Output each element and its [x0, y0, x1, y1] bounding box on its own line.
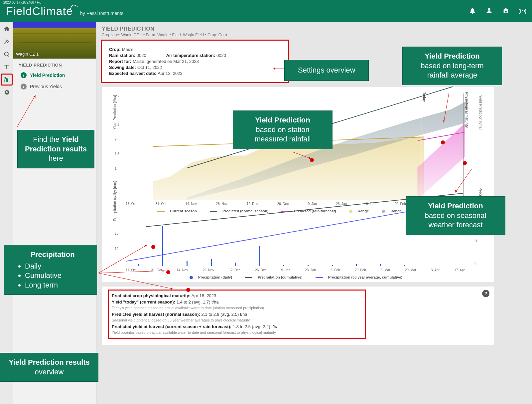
- dot-seasonal: [463, 161, 467, 165]
- build-version: 2023-03-17.c97a466 / Fig: [3, 1, 42, 4]
- annotation-precip: Precipitation DailyCumulativeLong term: [4, 245, 97, 295]
- nav-sensor-icon[interactable]: [1, 61, 12, 73]
- dot-station: [310, 158, 314, 162]
- nav-search-icon[interactable]: [1, 49, 12, 60]
- svg-point-0: [4, 52, 8, 56]
- chart1-ylabel-right: Yield Prediction [t/ha]: [479, 95, 483, 129]
- sidebar-item-previous-yields[interactable]: i Previous Yields: [13, 81, 96, 92]
- sidebar-item-yield-prediction[interactable]: i Yield Prediction: [13, 70, 96, 81]
- dot-precip-cum: [166, 270, 170, 274]
- dot-longterm: [441, 140, 445, 144]
- left-iconbar: [0, 22, 13, 404]
- results-container: ? Predicted crop physiological maturity:…: [102, 287, 494, 345]
- nav-yield-icon[interactable]: [1, 74, 12, 85]
- annotation-station: Yield Predictionbased on stationmeasured…: [233, 110, 332, 149]
- notifications-icon[interactable]: [469, 7, 476, 15]
- brand-logo: FieldClimate: [6, 5, 77, 18]
- field-thumbnail[interactable]: Wagin CZ 1: [13, 22, 96, 59]
- app-header: 2023-03-17.c97a466 / Fig FieldClimate by…: [0, 0, 532, 22]
- maturity-marker: [463, 94, 464, 200]
- dot-precip-avg: [186, 288, 190, 292]
- broadcast-icon[interactable]: [519, 7, 526, 15]
- svg-point-1: [4, 77, 6, 79]
- nav-home-icon[interactable]: [1, 23, 12, 35]
- brand-subtitle: by Pessl Instruments: [80, 11, 123, 16]
- chart2-legend: Precipitation (daily) Precipitation (cum…: [111, 275, 485, 279]
- header-actions: [469, 7, 526, 15]
- annotation-results: Yield Prediction results overview: [0, 353, 98, 382]
- info-icon: i: [21, 72, 27, 78]
- dot-precip-daily: [151, 245, 155, 249]
- nav-settings-icon[interactable]: [1, 87, 12, 98]
- annotation-longterm: Yield Predictionbased on long-termrainfa…: [402, 47, 502, 85]
- annotation-settings: Settings overview: [284, 60, 369, 81]
- field-name: Wagin CZ 1: [16, 52, 39, 57]
- annotation-seasonal: Yield Predictionbased on seasonalweather…: [406, 196, 505, 235]
- info-icon: i: [21, 84, 27, 90]
- sidebar: Wagin CZ 1 YIELD PREDICTION i Yield Pred…: [13, 22, 96, 404]
- brand: FieldClimate by Pessl Instruments: [6, 5, 123, 18]
- settings-panel: Crop:Maize Rain station:0020 Air tempera…: [102, 41, 288, 82]
- page-title: YIELD PREDICTION: [102, 26, 527, 32]
- help-icon[interactable]: ?: [482, 290, 489, 297]
- chart2-ylabel: Precipitation (daily) [mm]: [113, 181, 117, 221]
- chart2-xticks: 17. Oct31. Oct14. Nov28. Nov12. Dec26. D…: [126, 268, 485, 272]
- sidebar-section-title: YIELD PREDICTION: [13, 59, 96, 70]
- chart2-yticks-left: 0102030: [115, 216, 118, 266]
- maturity-label: Physiological maturity: [465, 92, 468, 128]
- user-icon[interactable]: [485, 7, 493, 15]
- annotation-find: Find the Yield Prediction results here: [17, 130, 94, 168]
- nav-tools-icon[interactable]: [1, 36, 12, 47]
- breadcrumb: Cropzone: Wagin CZ 1 • Farm: Wagin • Fie…: [102, 33, 527, 37]
- today-label: Today: [423, 92, 426, 102]
- today-marker: [421, 94, 421, 200]
- station-icon[interactable]: [502, 7, 509, 15]
